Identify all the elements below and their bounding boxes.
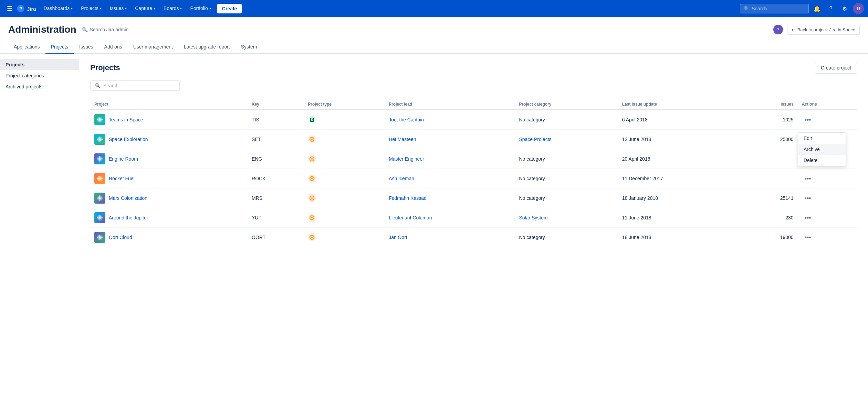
project-issues-cell	[743, 149, 797, 169]
svg-point-61	[99, 237, 101, 238]
project-actions-cell: •••	[798, 169, 857, 188]
project-lead-cell: Master Engineer	[385, 149, 515, 169]
tab-upgrade-report[interactable]: Latest upgrade report	[178, 41, 236, 54]
actions-more-button[interactable]: •••	[802, 232, 814, 242]
actions-more-button[interactable]: •••	[802, 174, 814, 184]
chevron-down-icon: ▾	[154, 7, 155, 10]
dropdown-archive[interactable]: Archive	[798, 144, 846, 155]
nav-issues[interactable]: Issues ▾	[106, 0, 130, 17]
nav-portfolio[interactable]: Portfolio ▾	[187, 0, 214, 17]
project-name-cell: Teams in Space	[90, 110, 248, 130]
table-row: Engine Room ENG Master Engineer No categ…	[90, 149, 857, 169]
nav-boards[interactable]: Boards ▾	[160, 0, 185, 17]
actions-more-button[interactable]: •••	[802, 115, 814, 125]
dropdown-delete[interactable]: Delete	[798, 155, 846, 166]
projects-search-input[interactable]	[103, 83, 175, 88]
sidebar-item-projects[interactable]: Projects	[0, 59, 79, 70]
create-button[interactable]: Create	[217, 4, 242, 13]
category-link[interactable]: Solar System	[519, 215, 547, 220]
global-search[interactable]: 🔍	[740, 4, 809, 13]
col-actions: Actions	[798, 99, 857, 110]
tab-user-management[interactable]: User management	[128, 41, 178, 54]
svg-point-48	[311, 197, 313, 199]
type-icon-business	[308, 135, 316, 143]
project-lead-link[interactable]: Jan Oort	[389, 235, 407, 240]
hamburger-menu[interactable]: ☰	[4, 3, 15, 14]
project-name-link[interactable]: Oort Cloud	[109, 235, 132, 240]
table-search-box[interactable]: 🔍	[90, 80, 180, 91]
help-icon[interactable]: ?	[825, 3, 836, 14]
project-name-link[interactable]: Engine Room	[109, 156, 138, 162]
project-lead-link[interactable]: Fedmahn Kassad	[389, 195, 427, 201]
table-row: Around the Jupiter YUP Lieutenant Colema…	[90, 208, 857, 228]
col-issues: Issues	[743, 99, 797, 110]
project-lead-link[interactable]: Ash Iceman	[389, 176, 414, 181]
project-lead-cell: Jan Oort	[385, 228, 515, 247]
svg-point-28	[311, 158, 313, 160]
project-lead-link[interactable]: Master Engineer	[389, 156, 424, 162]
project-name-cell: Engine Room	[90, 149, 248, 169]
notifications-icon[interactable]: 🔔	[812, 3, 823, 14]
project-name-link[interactable]: Rocket Fuel	[109, 176, 135, 181]
dropdown-edit[interactable]: Edit	[798, 133, 846, 144]
project-name-cell: Oort Cloud	[90, 228, 248, 247]
col-last-update: Last issue update	[618, 99, 743, 110]
project-name-cell: Around the Jupiter	[90, 208, 248, 228]
category-no-category: No category	[519, 195, 545, 201]
project-lead-cell: Joe, the Captain	[385, 110, 515, 130]
type-icon-business	[308, 233, 316, 241]
tab-addons[interactable]: Add-ons	[99, 41, 128, 54]
create-project-button[interactable]: Create project	[815, 62, 857, 74]
tab-system[interactable]: System	[236, 41, 263, 54]
project-last-update-cell: 11 December 2017	[618, 169, 743, 188]
chevron-down-icon: ▾	[180, 7, 182, 10]
project-type-cell	[304, 188, 385, 208]
project-issues-cell	[743, 169, 797, 188]
project-lead-link[interactable]: Joe, the Captain	[389, 117, 424, 122]
tab-applications[interactable]: Applications	[8, 41, 45, 54]
user-avatar[interactable]: U	[853, 3, 864, 14]
table-row: Rocket Fuel ROCK Ash Iceman No category …	[90, 169, 857, 188]
type-icon-business	[308, 214, 316, 222]
chevron-down-icon: ▾	[209, 7, 211, 10]
admin-help-icon[interactable]: ?	[773, 25, 783, 34]
project-name-link[interactable]: Around the Jupiter	[109, 215, 148, 220]
back-to-project-button[interactable]: ↩ Back to project: Jira in Space	[787, 25, 860, 35]
project-lead-link[interactable]: Lieutenant Coleman	[389, 215, 432, 220]
search-input[interactable]	[752, 6, 800, 11]
project-lead-cell: Lieutenant Coleman	[385, 208, 515, 228]
project-category-cell: Space Projects	[515, 130, 618, 149]
project-icon	[94, 134, 105, 145]
logo-text: Jira	[27, 6, 36, 12]
main-header: Projects Create project	[90, 62, 857, 74]
project-lead-link[interactable]: Het Masteen	[389, 137, 416, 142]
actions-more-button[interactable]: •••	[802, 193, 814, 203]
project-icon	[94, 173, 105, 184]
project-name-link[interactable]: Space Exploration	[109, 137, 148, 142]
sidebar-item-categories[interactable]: Project categories	[0, 70, 79, 81]
actions-more-button[interactable]: •••	[802, 213, 814, 223]
project-actions-cell: •••	[798, 228, 857, 247]
project-actions-cell: •••	[798, 208, 857, 228]
admin-search[interactable]: 🔍 Search Jira admin	[82, 27, 129, 32]
project-icon	[94, 232, 105, 243]
project-icon	[94, 114, 105, 125]
jira-logo[interactable]: Jira	[17, 4, 36, 13]
project-name-link[interactable]: Teams in Space	[109, 117, 143, 122]
project-type-cell	[304, 169, 385, 188]
svg-point-21	[99, 158, 101, 160]
sidebar-item-archived[interactable]: Archived projects	[0, 81, 79, 92]
nav-projects[interactable]: Projects ▾	[77, 0, 105, 17]
settings-icon[interactable]: ⚙	[839, 3, 850, 14]
nav-dashboards[interactable]: Dashboards ▾	[40, 0, 76, 17]
project-last-update-cell: 18 January 2018	[618, 188, 743, 208]
table-row: Oort Cloud OORT Jan Oort No category 18 …	[90, 228, 857, 247]
category-link[interactable]: Space Projects	[519, 137, 551, 142]
type-icon-software: S	[308, 116, 316, 124]
nav-capture[interactable]: Capture ▾	[132, 0, 159, 17]
project-category-cell: Solar System	[515, 208, 618, 228]
project-issues-cell: 25141	[743, 188, 797, 208]
project-name-link[interactable]: Mars Colonization	[109, 195, 147, 201]
tab-issues[interactable]: Issues	[74, 41, 98, 54]
tab-projects[interactable]: Projects	[45, 41, 74, 54]
